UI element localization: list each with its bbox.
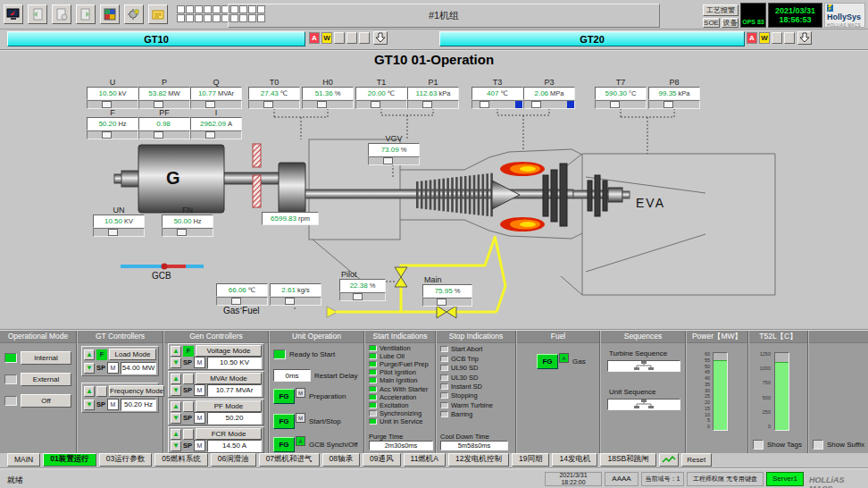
trend-strip[interactable] xyxy=(407,100,459,109)
stop-indication-row: Stopping xyxy=(440,392,513,399)
pf-mode-button[interactable]: PF Mode xyxy=(196,400,262,412)
turbine-sequence-bar[interactable] xyxy=(607,360,680,372)
fg-start-stop-button[interactable]: FG xyxy=(273,414,295,429)
purge-time-label: Purge Time xyxy=(369,433,403,441)
start-indication-row: Lube Oil xyxy=(369,353,432,359)
bottom-tab[interactable]: 11燃机A xyxy=(404,453,447,467)
meas-fn: FN 50.00Hz xyxy=(162,206,213,237)
turbine-sequence-label: Turbine Sequence xyxy=(609,349,667,358)
bottom-tab[interactable]: 12发电机控制 xyxy=(448,453,509,467)
indication-lamp xyxy=(369,410,377,416)
setpoint-field[interactable]: 50.20 Hz xyxy=(121,399,156,411)
decrease-button[interactable]: ▼ xyxy=(171,413,181,424)
trend-strip[interactable] xyxy=(355,100,407,109)
bottom-tab[interactable]: 07燃机和进气 xyxy=(259,453,320,467)
setpoint-field[interactable]: 54.00 MW xyxy=(121,362,156,374)
stop-indication-row: GCB Trip xyxy=(440,356,513,362)
setpoint-field[interactable]: 10.77 MVAr xyxy=(207,384,262,397)
fg-gcb-synch-button[interactable]: FG xyxy=(273,437,295,452)
manual-chip[interactable]: M xyxy=(194,412,205,424)
gen-fcr-mode-group: ▲ FCR Mode ▼ SP M 14.50 A xyxy=(168,426,264,453)
indication-lamp xyxy=(369,369,377,375)
decrease-button[interactable]: ▼ xyxy=(84,363,95,374)
restart-delay-field[interactable]: 0ms xyxy=(273,369,311,382)
trend-strip[interactable] xyxy=(190,130,242,139)
decrease-button[interactable]: ▼ xyxy=(171,358,181,368)
meas-u: U 10.50kV xyxy=(87,78,138,109)
manual-chip[interactable]: M xyxy=(107,362,119,374)
trend-strip[interactable] xyxy=(339,292,386,301)
meas-un: UN 10.50KV xyxy=(93,206,145,237)
indication-lamp xyxy=(369,402,377,408)
bottom-tab[interactable]: 01装置运行 xyxy=(43,453,96,467)
increase-button[interactable]: ▲ xyxy=(171,346,181,357)
bottom-tab[interactable]: 14发电机 xyxy=(552,453,597,467)
trend-strip[interactable] xyxy=(162,228,213,237)
bottom-tab[interactable]: 05燃料系统 xyxy=(154,453,207,467)
bottom-tab[interactable]: 08轴承 xyxy=(322,453,360,467)
voltage-mode-button[interactable]: Voltage Mode xyxy=(196,345,262,357)
bottom-tab[interactable]: MAIN xyxy=(7,453,40,467)
trend-strip[interactable] xyxy=(472,100,523,109)
manual-chip[interactable]: M xyxy=(194,384,205,396)
increase-button[interactable]: ▲ xyxy=(171,374,181,384)
decrease-button[interactable]: ▼ xyxy=(171,385,181,396)
trend-strip[interactable] xyxy=(93,228,145,237)
bottom-tab[interactable]: 18SB和跳闸 xyxy=(600,453,655,467)
trend-strip[interactable] xyxy=(248,100,300,109)
trend-strip[interactable] xyxy=(302,100,354,109)
reset-button[interactable]: Reset xyxy=(681,453,712,467)
trend-strip[interactable] xyxy=(138,130,190,139)
decrease-button[interactable]: ▼ xyxy=(84,400,95,410)
fg-gas-button[interactable]: FG xyxy=(537,354,558,369)
setpoint-field[interactable]: 14.50 A xyxy=(207,440,262,452)
status-permission: 工程师权限 无专用键盘 xyxy=(687,472,764,486)
fcr-mode-button[interactable]: FCR Mode xyxy=(196,428,262,440)
indication-lamp xyxy=(369,394,377,400)
mode-button[interactable]: Off xyxy=(21,394,71,408)
manual-chip[interactable]: M xyxy=(107,399,119,410)
gt-load-mode-group: ▲ F Load Mode ▼ SP M 54.00 MW xyxy=(81,346,159,376)
trend-strip[interactable] xyxy=(648,100,700,109)
increase-button[interactable]: ▲ xyxy=(171,429,181,440)
t52l-gauge-ticks: 125010007505002500 xyxy=(751,352,771,429)
frequency-mode-button[interactable]: Frequency Mode xyxy=(109,385,164,397)
trend-strip[interactable] xyxy=(422,298,472,307)
trend-strip[interactable] xyxy=(270,297,321,306)
setpoint-field[interactable]: 10.50 KV xyxy=(207,357,262,369)
bottom-tab[interactable]: 19同期 xyxy=(512,453,549,467)
increase-button[interactable]: ▲ xyxy=(84,349,95,360)
bottom-tab[interactable]: 09通风 xyxy=(363,453,400,467)
trend-strip[interactable] xyxy=(595,100,647,109)
increase-button[interactable]: ▲ xyxy=(171,401,181,412)
section-title: Start Indications xyxy=(365,331,435,343)
meas-t0: T0 27.43℃ xyxy=(248,78,300,109)
trend-icon-button[interactable] xyxy=(659,453,679,467)
section-title: GT Controllers xyxy=(78,331,163,343)
setpoint-field[interactable]: 50.20 xyxy=(207,412,262,425)
trend-strip[interactable] xyxy=(368,156,420,165)
mvar-mode-button[interactable]: MVAr Mode xyxy=(196,373,262,384)
sp-label: SP xyxy=(96,364,105,372)
mode-row: Off xyxy=(4,394,71,408)
increase-button[interactable]: ▲ xyxy=(84,386,95,397)
unit-sequence-bar[interactable] xyxy=(607,399,680,410)
meas-speed: 6599.83rpm xyxy=(262,212,319,225)
trend-strip[interactable] xyxy=(87,130,138,139)
manual-chip[interactable]: M xyxy=(194,357,205,368)
mode-button[interactable]: External xyxy=(21,373,71,386)
show-suffix-checkbox[interactable] xyxy=(813,440,823,450)
trend-strip[interactable] xyxy=(523,100,575,109)
bottom-tab[interactable]: 03运行参数 xyxy=(99,453,152,467)
load-mode-button[interactable]: Load Mode xyxy=(109,349,156,360)
manual-chip[interactable]: M xyxy=(194,440,205,451)
indication-lamp xyxy=(440,392,448,399)
mode-button[interactable]: Internal xyxy=(21,351,71,365)
trend-strip[interactable] xyxy=(216,297,268,306)
decrease-button[interactable]: ▼ xyxy=(171,441,181,451)
show-tags-checkbox[interactable] xyxy=(753,440,764,450)
section-stop-indications: Stop Indications Start Abort GCB Trip UL… xyxy=(437,331,517,453)
bottom-tab[interactable]: 06润滑油 xyxy=(211,453,256,467)
meas-pf: PF 0.98 xyxy=(138,108,190,139)
fg-preparation-button[interactable]: FG xyxy=(273,389,295,404)
